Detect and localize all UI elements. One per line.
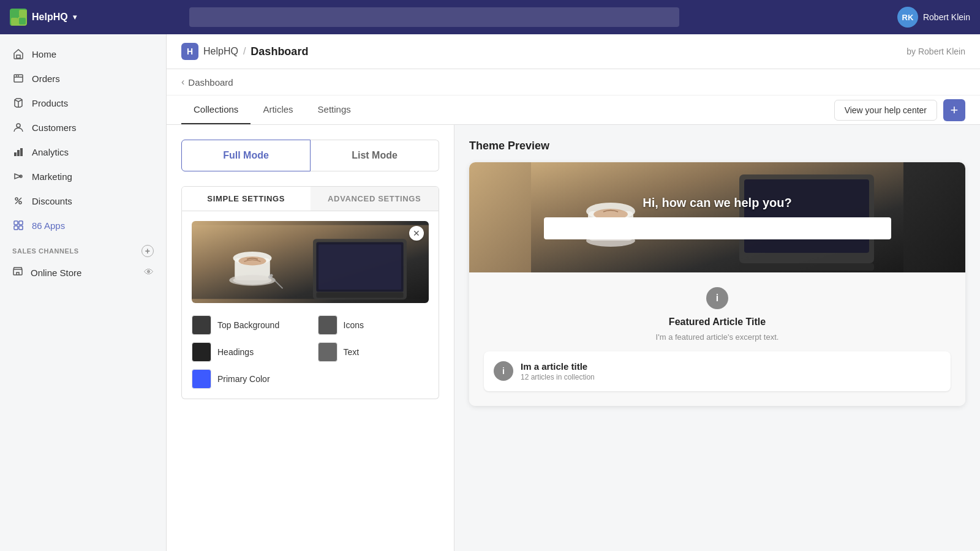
sidebar: Home Orders Products Customers Analytics <box>0 34 167 551</box>
preview-card-subtitle: 12 articles in collection <box>521 373 941 381</box>
text-label: Text <box>344 347 360 357</box>
top-background-label: Top Background <box>217 320 279 330</box>
sidebar-item-analytics[interactable]: Analytics <box>0 140 166 164</box>
left-panel: Full Mode List Mode SIMPLE SETTINGS ADVA… <box>167 125 454 551</box>
add-button[interactable]: + <box>943 99 965 121</box>
text-row: Text <box>318 342 429 362</box>
breadcrumb-separator: / <box>243 46 246 57</box>
preview-excerpt: I'm a featured article's excerpt text. <box>656 332 779 342</box>
top-background-row: Top Background <box>192 315 303 335</box>
full-mode-button[interactable]: Full Mode <box>181 140 311 171</box>
hero-image-container: ✕ <box>192 221 429 303</box>
svg-point-13 <box>15 198 18 200</box>
view-help-center-button[interactable]: View your help center <box>834 100 937 121</box>
analytics-icon <box>12 146 24 158</box>
preview-info-icon: i <box>706 287 728 309</box>
back-button[interactable]: ‹ Dashboard <box>181 77 233 88</box>
list-mode-button[interactable]: List Mode <box>311 140 439 171</box>
text-swatch[interactable] <box>318 342 337 362</box>
orders-icon <box>12 72 24 84</box>
breadcrumb-logo-h: H <box>187 47 193 56</box>
primary-color-label: Primary Color <box>217 374 270 384</box>
right-panel: Theme Preview <box>454 125 980 551</box>
user-menu[interactable]: RK Robert Klein <box>897 7 970 28</box>
eye-icon[interactable]: 👁 <box>144 267 154 278</box>
search-input[interactable] <box>189 7 679 27</box>
customers-icon <box>12 121 24 133</box>
app-logo[interactable]: HelpHQ ▾ <box>10 9 77 26</box>
sidebar-item-marketing-label: Marketing <box>32 171 72 182</box>
headings-row: Headings <box>192 342 303 362</box>
color-settings: Top Background Icons Headings Text <box>192 315 429 389</box>
logo-svg <box>10 9 27 26</box>
hero-image-svg <box>192 221 429 303</box>
sales-channels-section: SALES CHANNELS + <box>0 238 166 260</box>
advanced-settings-tab[interactable]: ADVANCED SETTINGS <box>311 187 439 211</box>
sidebar-item-apps[interactable]: 86 Apps <box>0 213 166 238</box>
avatar: RK <box>897 7 918 28</box>
headings-label: Headings <box>217 347 254 357</box>
preview-search-bar[interactable] <box>544 217 891 239</box>
icons-swatch[interactable] <box>318 315 337 335</box>
apps-icon <box>12 219 24 231</box>
svg-rect-16 <box>19 221 23 225</box>
tab-settings[interactable]: Settings <box>306 96 363 124</box>
tab-collections[interactable]: Collections <box>181 96 251 124</box>
breadcrumb-logo: H <box>181 43 198 60</box>
top-background-swatch[interactable] <box>192 315 211 335</box>
store-icon <box>12 266 23 279</box>
primary-color-swatch[interactable] <box>192 369 211 389</box>
mode-buttons: Full Mode List Mode <box>181 140 439 171</box>
svg-point-7 <box>18 75 19 77</box>
sidebar-item-marketing[interactable]: Marketing <box>0 164 166 189</box>
content-columns: Full Mode List Mode SIMPLE SETTINGS ADVA… <box>167 125 980 551</box>
svg-rect-0 <box>11 10 18 17</box>
online-store-label: Online Store <box>31 268 81 278</box>
sidebar-item-orders[interactable]: Orders <box>0 66 166 91</box>
svg-rect-4 <box>17 55 20 58</box>
preview-card-icon: i <box>494 361 513 381</box>
headings-swatch[interactable] <box>192 342 211 362</box>
icons-label: Icons <box>344 320 364 330</box>
svg-rect-11 <box>20 148 23 156</box>
svg-rect-10 <box>17 150 20 156</box>
preview-article-card: i Im a article title 12 articles in coll… <box>484 351 951 391</box>
svg-rect-15 <box>14 221 18 225</box>
sidebar-item-customers-label: Customers <box>32 122 77 133</box>
sidebar-item-orders-label: Orders <box>32 73 60 84</box>
simple-settings-tab[interactable]: SIMPLE SETTINGS <box>182 187 311 211</box>
preview-card-title: Im a article title <box>521 361 941 372</box>
chevron-down-icon: ▾ <box>73 13 77 21</box>
primary-color-row: Primary Color <box>192 369 303 389</box>
back-arrow-icon: ‹ <box>181 77 184 88</box>
breadcrumb-by: by Robert Klein <box>907 47 965 56</box>
preview-hero: Hi, how can we help you? <box>469 162 965 272</box>
sidebar-item-analytics-label: Analytics <box>32 147 69 157</box>
remove-image-icon: ✕ <box>413 228 420 238</box>
products-icon <box>12 97 24 109</box>
sidebar-item-apps-label: 86 Apps <box>32 220 65 231</box>
tabs-row: Collections Articles Settings View your … <box>167 96 980 125</box>
breadcrumb-bar: H HelpHQ / Dashboard by Robert Klein <box>167 34 980 69</box>
preview-hero-text: Hi, how can we help you? <box>643 196 791 210</box>
theme-preview-title: Theme Preview <box>469 140 965 152</box>
preview-body: i Featured Article Title I'm a featured … <box>469 272 965 406</box>
sidebar-item-discounts[interactable]: Discounts <box>0 189 166 213</box>
settings-tabs: SIMPLE SETTINGS ADVANCED SETTINGS <box>181 186 439 211</box>
svg-rect-38 <box>744 179 869 253</box>
svg-rect-2 <box>11 18 18 24</box>
page-toolbar: ‹ Dashboard <box>167 69 980 96</box>
sidebar-item-home[interactable]: Home <box>0 42 166 66</box>
sidebar-item-products[interactable]: Products <box>0 91 166 115</box>
app-name: HelpHQ <box>32 12 68 23</box>
sidebar-item-online-store[interactable]: Online Store 👁 <box>0 260 166 285</box>
add-sales-channel-icon[interactable]: + <box>141 245 154 257</box>
svg-rect-31 <box>316 293 403 298</box>
remove-image-button[interactable]: ✕ <box>409 226 424 241</box>
sidebar-item-customers[interactable]: Customers <box>0 115 166 140</box>
back-button-label: Dashboard <box>188 77 233 88</box>
svg-rect-18 <box>19 226 23 230</box>
tab-articles[interactable]: Articles <box>251 96 305 124</box>
breadcrumb-app-name: HelpHQ <box>203 46 238 57</box>
settings-content: ✕ Top Background Icons <box>181 211 439 399</box>
